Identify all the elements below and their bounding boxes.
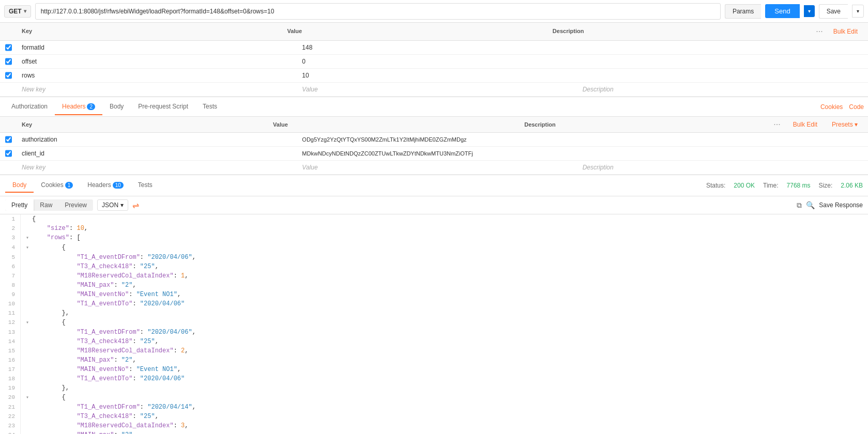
send-button[interactable]: Send	[765, 4, 799, 18]
params-row-check[interactable]	[0, 55, 17, 68]
params-row-description	[577, 72, 858, 79]
line-content: "T3_A_check418": "25",	[21, 412, 159, 421]
time-label: Time:	[763, 182, 779, 189]
params-new-value[interactable]: Value	[297, 83, 577, 96]
params-col-key: Key	[17, 26, 282, 37]
params-row-key[interactable]: offset	[17, 55, 297, 68]
cookies-link[interactable]: Cookies	[820, 103, 843, 111]
params-row-value[interactable]: 148	[297, 41, 577, 54]
headers-more-options-button[interactable]: ···	[770, 119, 783, 130]
json-format-label: JSON	[102, 202, 118, 209]
params-new-description[interactable]: Description	[577, 83, 858, 96]
params-button[interactable]: Params	[725, 4, 761, 19]
response-tab-cookies[interactable]: Cookies1	[34, 178, 80, 193]
json-format-select[interactable]: JSON ▾	[97, 199, 128, 211]
save-dropdown-button[interactable]: ▾	[852, 5, 864, 18]
request-tab-headers[interactable]: Headers2	[55, 99, 102, 115]
headers-row-check[interactable]	[0, 147, 17, 160]
params-row-check[interactable]	[0, 41, 17, 54]
headers-row-checkbox[interactable]	[5, 136, 12, 143]
response-tab-body[interactable]: Body	[5, 178, 34, 193]
code-line: 20▾ {	[0, 393, 868, 402]
headers-row-key[interactable]: client_id	[17, 147, 297, 160]
params-table-header: Key Value Description ··· Bulk Edit	[0, 23, 868, 41]
code-line: 6 "T3_A_check418": "25",	[0, 262, 868, 271]
toggle-arrow[interactable]: ▾	[26, 243, 31, 253]
line-content: ▾ "rows": [	[21, 233, 81, 243]
response-tab-tests[interactable]: Tests	[131, 178, 160, 193]
size-label: Size:	[819, 182, 833, 189]
line-number: 22	[0, 412, 21, 421]
headers-table-row: client_id MDkwNDcyNDEtNDQzZC00ZTUwLTkwZD…	[0, 147, 868, 161]
toggle-arrow[interactable]: ▾	[26, 318, 31, 328]
params-row-checkbox[interactable]	[5, 72, 12, 79]
headers-presets-link[interactable]: Presets ▾	[827, 119, 863, 130]
request-tab-pre-request-script[interactable]: Pre-request Script	[131, 99, 195, 115]
code-line: 9 "MAIN_eventNo": "Event NO1",	[0, 290, 868, 299]
line-content: "T3_A_check418": "25",	[21, 337, 159, 346]
code-line: 15 "M18ReservedCol_dataIndex": 2,	[0, 346, 868, 355]
headers-bulk-edit-link[interactable]: Bulk Edit	[788, 119, 823, 130]
response-tab-badge: 1	[65, 182, 73, 189]
url-input[interactable]	[35, 3, 721, 20]
code-line: 16 "MAIN_pax": "2",	[0, 355, 868, 365]
params-row-checkbox[interactable]	[5, 44, 12, 51]
params-row-check[interactable]	[0, 69, 17, 82]
toggle-arrow[interactable]: ▾	[26, 393, 31, 402]
time-value: 7768 ms	[787, 182, 811, 189]
headers-new-row: New key Value Description	[0, 161, 868, 175]
wrap-icon[interactable]: ⇌	[132, 200, 139, 210]
request-tab-tests[interactable]: Tests	[195, 99, 224, 115]
line-number: 10	[0, 299, 21, 308]
send-dropdown-button[interactable]: ▾	[804, 5, 815, 17]
line-number: 17	[0, 365, 21, 374]
code-link[interactable]: Code	[849, 103, 864, 111]
headers-row-value[interactable]: ODg5Yzg2YzQtYTQxYS00M2ZmLTk1Y2ItMjhiMDE0…	[297, 133, 577, 146]
method-select[interactable]: GET ▾	[4, 5, 31, 18]
format-tab-pretty[interactable]: Pretty	[5, 199, 34, 211]
params-table-row: rows 10	[0, 69, 868, 83]
query-params-section: Key Value Description ··· Bulk Edit form…	[0, 23, 868, 97]
save-response-button[interactable]: Save Response	[819, 202, 863, 209]
response-bar: BodyCookies1Headers10Tests Status: 200 O…	[0, 175, 868, 196]
params-row-checkbox[interactable]	[5, 58, 12, 65]
request-tabs: AuthorizationHeaders2BodyPre-request Scr…	[4, 99, 224, 115]
line-number: 2	[0, 224, 21, 233]
format-tab-preview[interactable]: Preview	[58, 199, 93, 211]
line-number: 1	[0, 214, 21, 224]
code-line: 4▾ {	[0, 243, 868, 253]
tab-badge: 2	[87, 103, 95, 110]
params-more-options-button[interactable]: ···	[813, 26, 826, 37]
code-area[interactable]: 1{2 "size": 10,3▾ "rows": [4▾ {5 "T1_A_e…	[0, 214, 868, 434]
request-tab-body[interactable]: Body	[102, 99, 131, 115]
params-row-key[interactable]: rows	[17, 69, 297, 82]
headers-row-check[interactable]	[0, 133, 17, 146]
params-col-value: Value	[282, 26, 547, 37]
params-row-key[interactable]: formatId	[17, 41, 297, 54]
format-tab-raw[interactable]: Raw	[34, 199, 58, 211]
params-table-row: offset 0	[0, 55, 868, 69]
headers-row-value[interactable]: MDkwNDcyNDEtNDQzZC00ZTUwLTkwZDYtNDkwMTU3…	[297, 147, 577, 160]
request-tab-authorization[interactable]: Authorization	[4, 99, 55, 115]
params-col-description: Description	[547, 26, 813, 37]
headers-row-checkbox[interactable]	[5, 150, 12, 157]
code-line: 13 "T1_A_eventDFrom": "2020/04/06",	[0, 328, 868, 337]
toggle-arrow[interactable]: ▾	[26, 234, 31, 243]
line-number: 15	[0, 346, 21, 355]
params-row-value[interactable]: 10	[297, 69, 577, 82]
params-table-row: formatId 148	[0, 41, 868, 55]
params-new-key[interactable]: New key	[17, 83, 297, 96]
code-line: 8 "MAIN_pax": "2",	[0, 281, 868, 290]
params-table-body: formatId 148 offset 0 rows 10	[0, 41, 868, 83]
save-button[interactable]: Save	[819, 4, 848, 19]
search-icon[interactable]: 🔍	[806, 201, 815, 209]
params-row-value[interactable]: 0	[297, 55, 577, 68]
headers-row-key[interactable]: authorization	[17, 133, 297, 146]
copy-icon[interactable]: ⧉	[797, 201, 802, 210]
code-line: 5 "T1_A_eventDFrom": "2020/04/06",	[0, 253, 868, 262]
headers-col-check	[0, 122, 17, 127]
line-content: },	[21, 308, 69, 318]
response-tab-headers[interactable]: Headers10	[80, 178, 130, 193]
params-bulk-edit-link[interactable]: Bulk Edit	[828, 26, 863, 37]
params-new-check	[0, 86, 17, 92]
